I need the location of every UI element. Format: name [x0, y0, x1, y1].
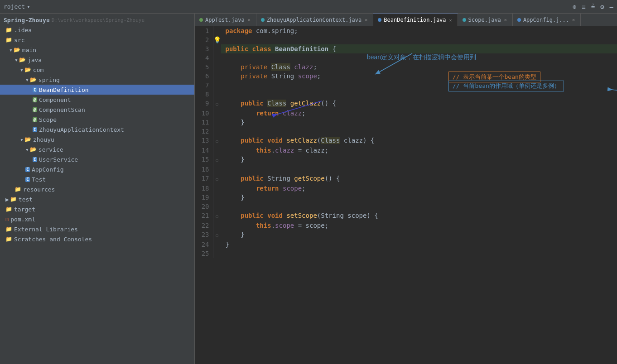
- sidebar-item-target[interactable]: 📁 target: [0, 204, 194, 214]
- table-row: 8: [195, 90, 617, 99]
- code-line: }: [221, 240, 617, 249]
- code-line: public void setScope(String scope) {: [221, 211, 617, 221]
- sidebar-item-com[interactable]: ▾ 📂 com: [0, 65, 194, 75]
- sidebar-item-userservice[interactable]: C UserService: [0, 154, 194, 164]
- sidebar-label-idea: .idea: [14, 27, 32, 34]
- sidebar-item-beandefinition[interactable]: C BeanDefinition: [0, 85, 194, 95]
- code-line: public void setClazz(Class clazz) {: [221, 136, 617, 146]
- folder-test-icon: 📁: [10, 196, 17, 202]
- tab-dot: [378, 18, 381, 22]
- tab-bar: AppTest.java ✕ ZhouyuApplicationContext.…: [195, 14, 617, 26]
- table-row: 12: [195, 127, 617, 136]
- table-row: 1 package com.spring;: [195, 26, 617, 35]
- line-number: 20: [195, 202, 213, 211]
- tab-label-beandefinition: BeanDefinition.java: [384, 17, 446, 23]
- gutter: [213, 109, 221, 118]
- sidebar-label-spring: spring: [39, 77, 60, 83]
- gutter: ○: [213, 136, 221, 146]
- sidebar-item-test-class[interactable]: C Test: [0, 174, 194, 184]
- project-label[interactable]: roject ▾: [4, 3, 30, 10]
- sidebar-item-external-libs[interactable]: 📁 External Libraries: [0, 224, 194, 234]
- tab-close-apptest[interactable]: ✕: [247, 17, 251, 22]
- sidebar-item-componentscan[interactable]: @ ComponentScan: [0, 105, 194, 115]
- line-number: 13: [195, 136, 213, 146]
- tab-scope[interactable]: Scope.java ✕: [458, 14, 513, 26]
- fold-icon: ○: [216, 139, 218, 144]
- tab-label-appconfig: AppConfig.j...: [523, 17, 569, 23]
- sidebar-label-test-class: Test: [32, 176, 46, 183]
- code-line: [221, 81, 617, 90]
- folder-icon: 📁: [5, 37, 12, 43]
- project-dropdown-icon[interactable]: ▾: [27, 3, 30, 10]
- tab-close-zhouyuappctx[interactable]: ✕: [364, 17, 368, 22]
- fold-icon: ○: [216, 214, 218, 219]
- sidebar-item-resources[interactable]: 📁 resources: [0, 184, 194, 194]
- chevron-down-icon: ▾: [20, 136, 24, 143]
- sidebar-label-component: Component: [39, 96, 71, 103]
- table-row: 6 private String scope;: [195, 72, 617, 81]
- gutter: ○: [213, 211, 221, 221]
- tab-label-apptest: AppTest.java: [205, 17, 245, 23]
- tab-apptest[interactable]: AppTest.java ✕: [195, 14, 256, 26]
- sidebar-item-java[interactable]: ▾ 📂 java: [0, 55, 194, 65]
- sidebar-item-scope[interactable]: @ Scope: [0, 115, 194, 125]
- line-number: 9: [195, 99, 213, 109]
- table-row: 15 ○ }: [195, 155, 617, 165]
- table-row: 17 ○ public String getScope() {: [195, 174, 617, 184]
- sidebar-label-appconfig: AppConfig: [32, 166, 63, 173]
- tab-beandefinition[interactable]: BeanDefinition.java ✕: [373, 14, 458, 26]
- sidebar-project-root[interactable]: Spring-Zhouyu D:\work\workspace\Spring-Z…: [0, 15, 194, 25]
- sidebar-item-pom[interactable]: m pom.xml: [0, 214, 194, 224]
- gutter: [213, 90, 221, 99]
- gutter: [213, 193, 221, 202]
- code-editor[interactable]: 1 package com.spring; 2 💡 3 public class…: [195, 26, 617, 364]
- sidebar-item-appconfig[interactable]: C AppConfig: [0, 164, 194, 174]
- gutter: [213, 202, 221, 211]
- code-line: this.scope = scope;: [221, 221, 617, 230]
- sidebar-item-test[interactable]: ▶ 📁 test: [0, 194, 194, 204]
- line-number: 3: [195, 44, 213, 53]
- sidebar-label-test: test: [19, 196, 33, 203]
- sidebar-item-spring[interactable]: ▾ 📂 spring: [0, 75, 194, 85]
- sidebar-item-component[interactable]: @ Component: [0, 95, 194, 105]
- sidebar-item-zhouyu[interactable]: ▾ 📂 zhouyu: [0, 134, 194, 144]
- sidebar-label-pom: pom.xml: [10, 216, 35, 223]
- line-number: 14: [195, 146, 213, 155]
- line-number: 17: [195, 174, 213, 184]
- sidebar-item-src[interactable]: 📁 src: [0, 35, 194, 45]
- tab-dot: [261, 18, 265, 22]
- gutter: ○: [213, 155, 221, 165]
- sidebar-item-idea[interactable]: 📁 .idea: [0, 25, 194, 35]
- settings-icon[interactable]: ⚙: [600, 3, 604, 10]
- folder-service-icon: 📂: [30, 146, 37, 153]
- sidebar-item-service[interactable]: ▾ 📂 service: [0, 144, 194, 154]
- folder-scratches-icon: 📁: [5, 236, 12, 242]
- tab-dot: [463, 18, 466, 22]
- line-number: 15: [195, 155, 213, 165]
- tab-appconfig[interactable]: AppConfig.j... ✕: [513, 14, 581, 26]
- folder-open-icon: 📂: [14, 47, 20, 53]
- table-row: 20: [195, 202, 617, 211]
- sidebar-item-zhouyuappctx[interactable]: C ZhouyuApplicationContext: [0, 125, 194, 134]
- table-row: 5 private Class clazz;: [195, 62, 617, 72]
- fold-icon: ○: [216, 177, 218, 182]
- code-line: public Class getClazz() {: [221, 99, 617, 109]
- tab-close-beandefinition[interactable]: ✕: [448, 18, 453, 23]
- tab-close-appconfig[interactable]: ✕: [571, 17, 576, 22]
- gutter: [213, 62, 221, 72]
- line-number: 1: [195, 26, 213, 35]
- folder-target-icon: 📁: [5, 206, 12, 212]
- structure-icon[interactable]: ≡: [582, 3, 585, 10]
- sidebar-item-main[interactable]: ▾ 📂 main: [0, 45, 194, 55]
- tab-zhouyuappctx[interactable]: ZhouyuApplicationContext.java ✕: [256, 14, 374, 26]
- top-toolbar: roject ▾ ⊕ ≡ ≟ ⚙ —: [0, 0, 617, 14]
- add-icon[interactable]: ⊕: [573, 3, 576, 10]
- sidebar-item-scratches[interactable]: 📁 Scratches and Consoles: [0, 234, 194, 244]
- chevron-down-icon: ▾: [25, 77, 29, 83]
- minimize-icon[interactable]: —: [610, 3, 613, 10]
- bookmark-icon[interactable]: ≟: [591, 3, 595, 10]
- gutter: [213, 146, 221, 155]
- chevron-right-icon: ▶: [5, 196, 9, 203]
- class-icon: C: [33, 127, 37, 132]
- tab-close-scope[interactable]: ✕: [503, 17, 508, 22]
